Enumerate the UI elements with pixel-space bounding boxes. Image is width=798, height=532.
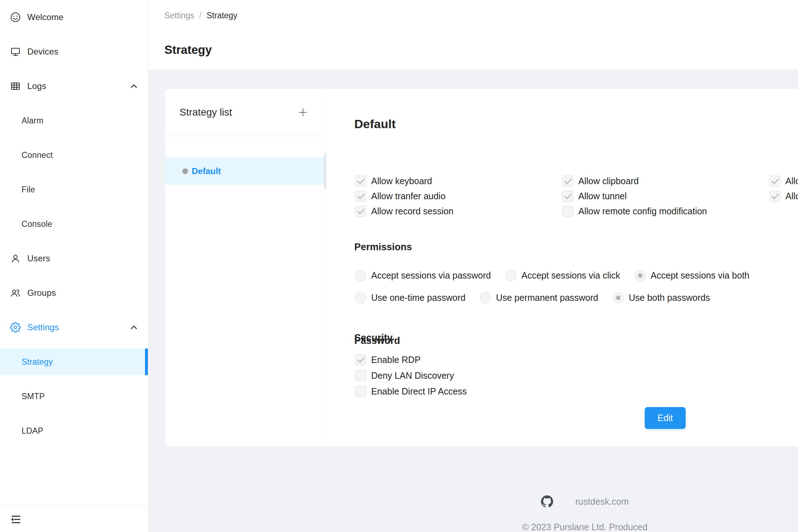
edit-button[interactable]: Edit bbox=[645, 407, 686, 429]
permission-checkbox[interactable] bbox=[769, 191, 780, 202]
strategy-list-item[interactable]: Default bbox=[165, 157, 325, 185]
sidebar-item-label: Connect bbox=[22, 150, 53, 160]
password-option: Accept sessions via password bbox=[355, 270, 491, 281]
password-radio[interactable] bbox=[505, 270, 516, 281]
password-radio[interactable] bbox=[613, 292, 624, 303]
security-item: Deny LAN Discovery bbox=[355, 368, 467, 383]
password-option: Use one-time password bbox=[355, 292, 466, 303]
permission-checkbox[interactable] bbox=[562, 206, 573, 217]
permission-item: Allow clipboard bbox=[562, 176, 769, 187]
sidebar-item-label: SMTP bbox=[22, 392, 45, 401]
security-checkbox[interactable] bbox=[355, 370, 366, 381]
permission-item: Allow tranfer audio bbox=[355, 191, 562, 202]
page: Settings / Strategy Strategy Welcome Dev… bbox=[0, 0, 798, 532]
sidebar-item[interactable]: Console bbox=[0, 207, 148, 241]
footer-site-link[interactable]: rustdesk.com bbox=[575, 496, 629, 507]
password-radio[interactable] bbox=[355, 292, 366, 303]
gear-icon bbox=[10, 322, 21, 333]
permissions-row: Allow keyboard Allow clipboard Allow bbox=[355, 173, 798, 188]
permission-checkbox[interactable] bbox=[769, 176, 780, 187]
password-option-label: Use both passwords bbox=[629, 293, 710, 303]
permission-item: Allow tunnel bbox=[562, 191, 769, 202]
header: Settings / Strategy Strategy bbox=[148, 0, 798, 69]
sidebar-item-label: File bbox=[22, 185, 35, 195]
strategy-dot-icon bbox=[182, 168, 188, 174]
sidebar-item[interactable]: File bbox=[0, 172, 148, 207]
permission-label: Allow record session bbox=[371, 206, 453, 216]
permission-item: Allow bbox=[769, 176, 798, 187]
permission-checkbox[interactable] bbox=[562, 191, 573, 202]
sidebar-nav: Welcome Devices Logs bbox=[0, 0, 148, 448]
permissions-row: Allow record session Allow remote config… bbox=[355, 204, 798, 219]
strategy-detail: Default Permissions Allow keyboard Allow… bbox=[354, 89, 798, 446]
security-label: Deny LAN Discovery bbox=[371, 370, 454, 381]
permission-label: Allow remote config modification bbox=[578, 206, 707, 216]
security-item: Enable RDP bbox=[355, 352, 467, 368]
password-radio[interactable] bbox=[355, 270, 366, 281]
sidebar-item[interactable]: Groups bbox=[0, 276, 148, 310]
breadcrumb-settings[interactable]: Settings bbox=[164, 11, 194, 20]
menu-fold-icon[interactable] bbox=[9, 513, 22, 526]
plus-icon[interactable] bbox=[296, 105, 310, 120]
footer-links: rustdesk.com bbox=[148, 495, 798, 508]
strategy-list-body: Default bbox=[165, 157, 325, 185]
password-option: Accept sessions via click bbox=[505, 270, 620, 281]
smile-icon bbox=[10, 12, 21, 23]
footer-copyright: © 2023 Purslane Ltd. Produced bbox=[148, 521, 798, 532]
sidebar-item[interactable]: Devices bbox=[0, 34, 148, 69]
password-option-label: Accept sessions via password bbox=[371, 270, 491, 281]
permission-checkbox[interactable] bbox=[355, 176, 366, 187]
sidebar-item[interactable]: Alarm bbox=[0, 103, 148, 138]
permission-item: Allow bbox=[769, 191, 798, 202]
password-option-label: Accept sessions via click bbox=[521, 270, 620, 281]
password-radio[interactable] bbox=[480, 292, 491, 303]
strategy-card: Strategy list Default Default Permiss bbox=[165, 89, 798, 446]
sidebar-item-label: Strategy bbox=[22, 357, 53, 367]
table-icon bbox=[10, 81, 21, 92]
sidebar-item[interactable]: Strategy bbox=[0, 345, 148, 379]
security-checkbox[interactable] bbox=[355, 386, 366, 397]
sidebar-item[interactable]: LDAP bbox=[0, 414, 148, 448]
security-options: Enable RDP Deny LAN Discovery Enable Dir… bbox=[355, 352, 467, 399]
sidebar-item[interactable]: Welcome bbox=[0, 0, 148, 34]
strategy-item-name: Default bbox=[192, 166, 221, 176]
sidebar-item-label: Users bbox=[27, 253, 50, 263]
password-row: Accept sessions via password Accept sess… bbox=[355, 268, 750, 283]
chevron-up-icon bbox=[129, 323, 139, 332]
sidebar-item[interactable]: Settings bbox=[0, 310, 148, 345]
sidebar-item[interactable]: Users bbox=[0, 241, 148, 276]
sidebar-item[interactable]: SMTP bbox=[0, 379, 148, 414]
security-checkbox[interactable] bbox=[355, 354, 366, 365]
page-title: Strategy bbox=[164, 43, 212, 57]
github-icon[interactable] bbox=[541, 495, 553, 508]
permission-checkbox[interactable] bbox=[355, 206, 366, 217]
password-row: Use one-time password Use permanent pass… bbox=[355, 290, 750, 305]
sidebar-item-label: LDAP bbox=[22, 426, 43, 436]
user-icon bbox=[10, 253, 21, 264]
permission-item: Allow keyboard bbox=[355, 176, 562, 187]
permission-label: Allow keyboard bbox=[371, 176, 432, 186]
security-heading: Security bbox=[354, 332, 393, 344]
permission-item: Allow record session bbox=[355, 206, 562, 217]
sidebar-item-label: Devices bbox=[27, 47, 59, 57]
permission-label: Allow bbox=[785, 191, 798, 201]
sidebar: Welcome Devices Logs bbox=[0, 0, 148, 532]
sidebar-item[interactable]: Logs bbox=[0, 69, 148, 103]
sidebar-item-label: Settings bbox=[27, 322, 59, 332]
permission-checkbox[interactable] bbox=[355, 191, 366, 202]
permission-label: Allow tunnel bbox=[578, 191, 627, 201]
password-option: Use permanent password bbox=[480, 292, 598, 303]
permission-label: Allow bbox=[785, 176, 798, 186]
breadcrumb-separator: / bbox=[199, 11, 201, 20]
permissions-row: Allow tranfer audio Allow tunnel Allow bbox=[355, 188, 798, 204]
permission-checkbox[interactable] bbox=[562, 176, 573, 187]
breadcrumb: Settings / Strategy bbox=[164, 11, 237, 20]
sidebar-item-label: Groups bbox=[27, 288, 56, 298]
sidebar-item-label: Logs bbox=[27, 81, 46, 91]
sidebar-item[interactable]: Connect bbox=[0, 138, 148, 172]
security-item: Enable Direct IP Access bbox=[355, 383, 467, 399]
security-label: Enable Direct IP Access bbox=[371, 386, 467, 397]
list-scrollbar[interactable] bbox=[324, 154, 326, 189]
strategy-list-panel: Strategy list Default bbox=[165, 89, 326, 446]
password-radio[interactable] bbox=[635, 270, 646, 281]
